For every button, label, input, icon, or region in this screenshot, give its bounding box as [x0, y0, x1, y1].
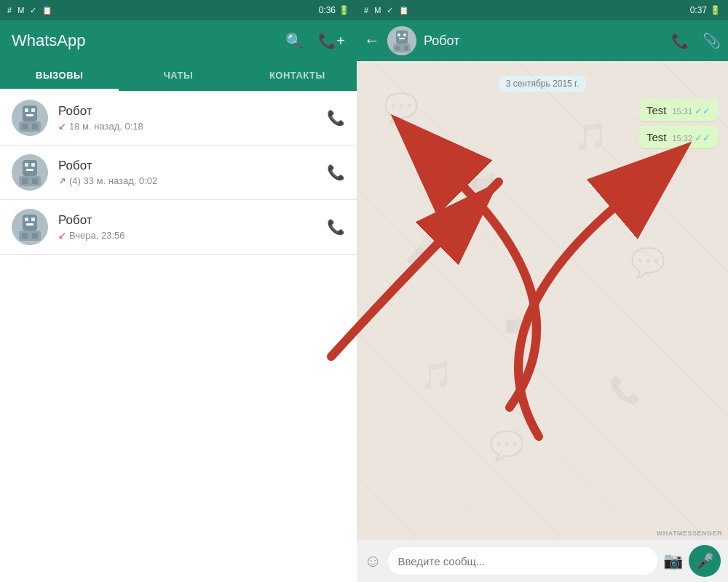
message-text-2: Test [646, 131, 667, 143]
call-item-1[interactable]: Робот ↙ 18 м. назад, 0:18 📞 [0, 91, 357, 146]
tab-chats[interactable]: ЧАТЫ [119, 61, 237, 89]
chat-contact-name: Робот [424, 33, 664, 49]
chat-attach-icon[interactable]: 📎 [703, 32, 721, 49]
tab-calls[interactable]: ВЫЗОВЫ [0, 61, 119, 89]
emoji-button[interactable]: ☺ [364, 551, 382, 571]
svg-rect-28 [403, 33, 406, 36]
svg-rect-19 [31, 218, 35, 221]
svg-rect-29 [399, 38, 405, 39]
chat-battery-icon: 🔋 [710, 5, 721, 15]
left-time: 0:36 [319, 5, 336, 15]
chat-gmail-icon: M [374, 6, 381, 15]
call-item-3[interactable]: Робот ↙ Вчера, 23:56 📞 [0, 200, 357, 255]
call-detail-2: ↗ (4) 33 м. назад, 0:02 [58, 175, 321, 186]
svg-text:💬: 💬 [630, 246, 666, 279]
avatar-3 [12, 209, 48, 245]
svg-rect-7 [32, 124, 38, 129]
message-bubble-1: Test 15:31 ✓✓ [639, 99, 718, 121]
svg-rect-26 [396, 31, 408, 44]
right-panel: # M ✓ 📋 0:37 🔋 ← Робот 📞 [357, 0, 728, 582]
check-icon: ✓ [30, 6, 36, 15]
call-phone-3[interactable]: 📞 [327, 218, 345, 236]
tabs-bar: ВЫЗОВЫ ЧАТЫ КОНТАКТЫ [0, 61, 357, 91]
call-info-1: Робот ↙ 18 м. назад, 0:18 [58, 104, 321, 132]
chat-time: 0:37 [690, 5, 707, 15]
left-panel: # M ✓ 📋 0:36 🔋 WhatsApp 🔍 📞+ ВЫЗОВЫ ЧАТЫ… [0, 0, 357, 582]
chat-clipboard-icon: 📋 [399, 6, 409, 15]
left-status-right: 0:36 🔋 [319, 5, 349, 15]
svg-text:📷: 📷 [504, 306, 534, 335]
svg-rect-3 [31, 108, 35, 112]
svg-text:📞: 📞 [609, 375, 641, 405]
app-header: WhatsApp 🔍 📞+ [0, 20, 357, 61]
chat-header-icons: 📞 📎 [671, 32, 721, 49]
chat-body: 💬 📷 🎵 🎤 💬 📷 🎵 📞 💬 🎤 3 сентябрь 2015 г. T… [357, 61, 728, 540]
call-phone-2[interactable]: 📞 [327, 164, 345, 181]
tab-contacts[interactable]: КОНТАКТЫ [238, 61, 357, 89]
camera-button[interactable]: 📷 [663, 551, 683, 570]
battery-icon: 🔋 [339, 5, 349, 15]
call-name-2: Робот [58, 159, 321, 173]
mic-icon: 🎤 [696, 552, 714, 570]
svg-rect-12 [26, 169, 33, 171]
svg-rect-15 [32, 178, 38, 184]
missed-arrow-3: ↙ [58, 230, 66, 241]
back-button[interactable]: ← [364, 31, 380, 50]
chat-input-bar: ☺ 📷 🎤 [357, 540, 728, 582]
svg-rect-6 [22, 124, 28, 129]
date-badge: 3 сентябрь 2015 г. [367, 76, 718, 92]
call-list: Робот ↙ 18 м. назад, 0:18 📞 [0, 91, 357, 582]
call-name-3: Робот [58, 213, 321, 228]
call-item-2[interactable]: Робот ↗ (4) 33 м. назад, 0:02 📞 [0, 146, 357, 200]
outgoing-arrow-2: ↗ [58, 175, 66, 186]
call-info-2: Робот ↗ (4) 33 м. назад, 0:02 [58, 159, 321, 186]
svg-rect-14 [22, 178, 28, 184]
svg-text:💬: 💬 [489, 429, 525, 463]
message-meta-1: 15:31 ✓✓ [672, 105, 711, 116]
mic-button[interactable]: 🎤 [689, 545, 721, 577]
svg-rect-22 [22, 233, 28, 239]
svg-text:🎵: 🎵 [419, 359, 453, 392]
svg-rect-32 [404, 46, 408, 50]
call-info-3: Робот ↙ Вчера, 23:56 [58, 213, 321, 241]
chat-phone-icon[interactable]: 📞 [671, 32, 689, 49]
svg-rect-11 [31, 163, 35, 167]
svg-rect-18 [25, 218, 28, 221]
svg-rect-23 [32, 233, 38, 239]
message-row-1: Test 15:31 ✓✓ [367, 99, 718, 121]
avatar-1 [12, 100, 48, 136]
message-time-2: 15:32 [672, 134, 692, 143]
watermark: WHATMESSENGER [657, 530, 722, 537]
search-icon[interactable]: 🔍 [285, 32, 304, 49]
chat-check-icon: ✓ [387, 6, 393, 15]
svg-text:📷: 📷 [468, 164, 499, 194]
call-phone-1[interactable]: 📞 [327, 109, 345, 127]
chat-header: ← Робот 📞 📎 [357, 20, 728, 61]
message-ticks-1: ✓✓ [695, 105, 711, 116]
svg-rect-27 [397, 33, 400, 36]
hash-icon: # [7, 6, 12, 15]
add-call-icon[interactable]: 📞+ [318, 32, 345, 49]
call-detail-1: ↙ 18 м. назад, 0:18 [58, 121, 321, 132]
message-row-2: Test 15:32 ✓✓ [367, 126, 718, 148]
left-status-bar: # M ✓ 📋 0:36 🔋 [0, 0, 357, 20]
message-input[interactable] [388, 547, 657, 575]
svg-text:🎤: 🎤 [405, 234, 437, 265]
svg-rect-10 [25, 163, 28, 167]
chat-status-bar: # M ✓ 📋 0:37 🔋 [357, 0, 728, 20]
svg-rect-9 [23, 160, 37, 176]
svg-rect-20 [26, 223, 33, 226]
message-meta-2: 15:32 ✓✓ [672, 132, 711, 143]
svg-rect-31 [395, 46, 400, 50]
svg-rect-4 [26, 114, 33, 116]
header-icons: 🔍 📞+ [285, 32, 345, 49]
message-bubble-2: Test 15:32 ✓✓ [639, 126, 718, 148]
svg-text:🎤: 🎤 [659, 151, 689, 180]
chat-status-icons: # M ✓ 📋 [364, 6, 409, 15]
gmail-icon: M [17, 6, 24, 15]
svg-rect-1 [23, 105, 37, 121]
svg-rect-2 [25, 108, 28, 112]
chat-avatar [387, 26, 416, 55]
app-title: WhatsApp [12, 31, 86, 50]
call-detail-3: ↙ Вчера, 23:56 [58, 230, 321, 241]
